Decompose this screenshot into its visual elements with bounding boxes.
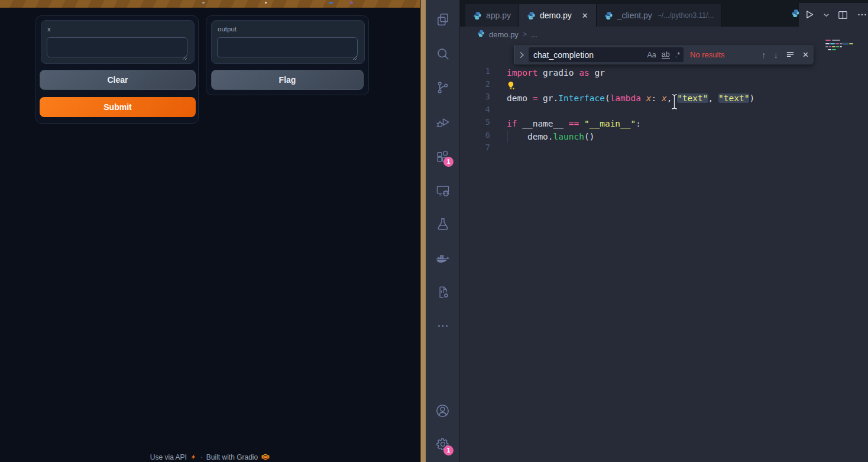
find-input-wrap: Aa ab .* <box>529 47 684 62</box>
line-number: 2 <box>460 79 490 89</box>
bar-artifact <box>202 2 205 4</box>
gradio-logo-icon <box>261 454 270 460</box>
screen: x Clear Submit output Flag Use via API · <box>0 0 868 462</box>
bar-artifact <box>329 2 333 4</box>
extensions-badge: 1 <box>443 157 454 167</box>
match-case-icon[interactable]: Aa <box>647 51 656 59</box>
search-icon[interactable] <box>426 40 459 68</box>
resize-handle-icon[interactable] <box>352 55 358 60</box>
code-line[interactable]: 6 demo.launch() <box>460 130 868 143</box>
line-number: 4 <box>460 105 490 114</box>
python-file-icon <box>473 11 482 20</box>
tab-demo.py[interactable]: demo.py✕ <box>519 4 597 27</box>
settings-gear-icon[interactable]: 1 <box>426 430 459 458</box>
submit-button[interactable]: Submit <box>40 97 196 117</box>
gradio-footer: Use via API · Built with Gradio <box>0 453 420 461</box>
code-line[interactable]: 4 <box>460 105 868 118</box>
line-number: 1 <box>460 66 490 76</box>
breadcrumb: demo.py > ... <box>460 27 868 42</box>
code-lines[interactable]: 1import gradio as gr23demo = gr.Interfac… <box>460 66 868 156</box>
api-bolt-icon <box>190 454 197 460</box>
code-line[interactable]: 2 <box>460 79 868 92</box>
x-textarea[interactable] <box>47 37 187 57</box>
source-control-icon[interactable] <box>426 73 459 102</box>
code-line[interactable]: 1import gradio as gr <box>460 66 868 79</box>
window-edge <box>420 0 426 462</box>
tab-bar: app.pydemo.py✕_client.py~/.../python3.11… <box>465 4 722 27</box>
code-area[interactable]: 1import gradio as gr23demo = gr.Interfac… <box>460 42 868 462</box>
split-editor-icon[interactable] <box>837 9 848 21</box>
testing-beaker-icon[interactable] <box>426 210 459 238</box>
minimap[interactable] <box>824 39 855 59</box>
clear-button[interactable]: Clear <box>40 70 196 90</box>
breadcrumb-more[interactable]: ... <box>531 30 537 39</box>
find-in-selection-icon[interactable] <box>786 50 795 60</box>
browser-loading-bar <box>0 0 420 8</box>
built-with-gradio-link[interactable]: Built with Gradio <box>206 453 258 461</box>
editor-toolbar <box>799 3 868 27</box>
code-line[interactable]: 5if __name__ == "__main__": <box>460 117 868 130</box>
code-line[interactable]: 3demo = gr.Interface(lambda x: x, "text"… <box>460 92 868 105</box>
use-via-api-link[interactable]: Use via API <box>150 453 187 461</box>
breadcrumb-separator-icon: > <box>523 30 527 38</box>
output-group: output Flag <box>206 15 369 95</box>
find-next-icon[interactable]: ↓ <box>774 50 779 59</box>
line-number: 6 <box>460 130 490 140</box>
x-textbox-block: x <box>41 20 195 64</box>
line-number: 3 <box>460 92 490 101</box>
docker-icon[interactable] <box>426 244 459 273</box>
x-label: x <box>47 25 51 33</box>
account-icon[interactable] <box>426 396 459 425</box>
breadcrumb-file[interactable]: demo.py <box>489 30 519 39</box>
editor: app.pydemo.py✕_client.py~/.../python3.11… <box>459 0 868 462</box>
explorer-copy-icon[interactable] <box>426 5 459 34</box>
python-file-icon <box>604 11 613 20</box>
task-runner-icon[interactable] <box>426 278 459 306</box>
find-status: No results <box>690 50 725 59</box>
run-debug-icon[interactable] <box>426 108 459 137</box>
tab-close-icon[interactable]: ✕ <box>582 11 588 20</box>
line-number: 5 <box>460 117 490 127</box>
output-textarea[interactable] <box>217 37 358 57</box>
line-number: 7 <box>460 143 490 152</box>
gradio-app: x Clear Submit output Flag Use via API · <box>0 0 420 462</box>
activity-bar: 1 <box>426 0 459 462</box>
output-label: output <box>218 25 237 33</box>
run-dropdown-icon[interactable] <box>823 12 830 18</box>
input-group: x Clear Submit <box>35 15 199 124</box>
find-widget: Aa ab .* No results ↑ ↓ ✕ <box>514 45 814 64</box>
tab-path: ~/.../python3.11/... <box>658 11 714 20</box>
resize-handle-icon[interactable] <box>182 55 187 60</box>
whole-word-icon[interactable]: ab <box>662 51 670 59</box>
remote-explorer-icon[interactable] <box>426 176 459 205</box>
extensions-icon[interactable]: 1 <box>426 143 459 171</box>
more-views-icon[interactable] <box>426 312 459 340</box>
output-textbox-block: output <box>211 20 365 64</box>
python-file-icon <box>477 30 485 37</box>
tab-_client.py[interactable]: _client.py~/.../python3.11/... <box>597 4 723 27</box>
python-file-icon <box>477 30 485 39</box>
find-previous-icon[interactable]: ↑ <box>762 50 766 59</box>
find-expand-chevron-icon[interactable] <box>517 47 526 63</box>
tab-app.py[interactable]: app.py <box>465 4 519 27</box>
bar-artifact <box>265 2 267 4</box>
flag-button[interactable]: Flag <box>211 70 364 90</box>
code-line[interactable]: 7 <box>460 143 868 156</box>
python-file-icon <box>527 11 536 20</box>
run-button-icon[interactable] <box>804 9 815 21</box>
find-input[interactable] <box>532 50 642 60</box>
tab-strip: app.pydemo.py✕_client.py~/.../python3.11… <box>460 0 868 27</box>
indent-guide <box>507 131 508 143</box>
find-close-icon[interactable]: ✕ <box>802 50 809 59</box>
lightbulb-icon[interactable] <box>507 81 516 91</box>
settings-badge: 1 <box>443 445 454 455</box>
footer-separator: · <box>200 453 203 461</box>
editor-more-icon[interactable] <box>856 9 868 21</box>
bar-artifact <box>350 2 353 4</box>
regex-icon[interactable]: .* <box>675 51 680 59</box>
